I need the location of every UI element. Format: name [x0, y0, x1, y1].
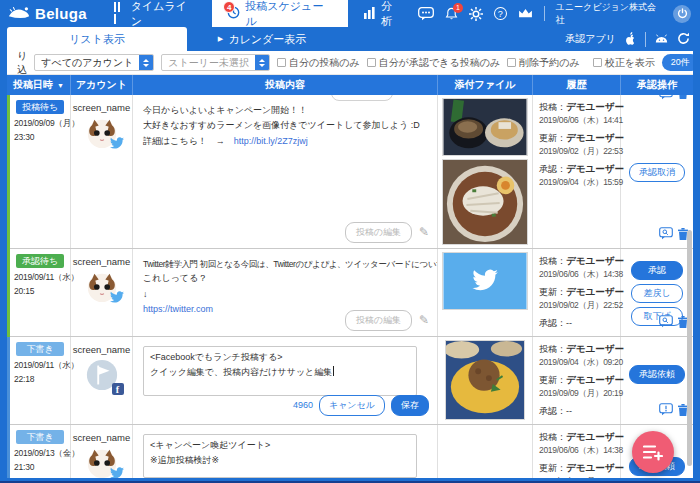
status-strip — [7, 95, 10, 249]
approve-button[interactable]: 承認 — [631, 261, 683, 280]
history-entry: 投稿：デモユーザー 2019/09/04（水）09:20 — [539, 343, 618, 369]
approval-ops-cell: 承認 差戻し 取下げ — [621, 249, 693, 336]
quick-edit-actions: 4960 キャンセル 保存 — [293, 395, 429, 416]
content-line: ↓ — [143, 287, 427, 302]
beluga-app-window: Beluga タイムライン 4 投稿スケジュール 分析 1 — [0, 0, 700, 483]
request-approval-button[interactable]: 承認依頼 — [629, 365, 685, 384]
view-switch-bar: リスト表示 ▶ カレンダー表示 承認アプリ — [7, 27, 693, 51]
apple-app-icon[interactable] — [625, 32, 636, 47]
pencil-icon[interactable]: ✎ — [419, 226, 429, 238]
proof-comment-icon[interactable] — [659, 402, 673, 420]
row-action-icons — [659, 402, 688, 420]
history-entry: 承認：デモユーザー 2019/09/04（水）15:59 — [539, 163, 618, 189]
content-link[interactable]: https://twitter.com — [143, 304, 213, 314]
content-frame: リスト表示 ▶ カレンダー表示 承認アプリ — [0, 27, 700, 483]
tab-list-view[interactable]: リスト表示 — [7, 27, 187, 51]
checkbox-delete-reserved[interactable]: 削除予約のみ — [507, 56, 579, 70]
checkbox-my-posts[interactable]: 自分の投稿のみ — [277, 56, 360, 70]
account-screen-name: screen_name — [71, 256, 132, 267]
tab-list-view-label: リスト表示 — [69, 32, 125, 47]
attachments-cell — [438, 249, 533, 336]
account-cell: screen_name f — [71, 337, 133, 424]
proof-comment-icon[interactable] — [659, 226, 673, 244]
post-date: 2019/09/11（水） — [7, 359, 70, 373]
content-line: 大好きなおすすめラーメンを画像付きでツイートして参加しよう :D — [143, 118, 427, 133]
notifications-bell-icon[interactable]: 1 — [445, 7, 458, 21]
attachment-twitter-logo[interactable] — [442, 252, 528, 310]
story-filter-placeholder: ストーリー未選択 — [162, 55, 255, 70]
attachments-cell — [438, 95, 533, 248]
post-time: 20:15 — [7, 285, 70, 299]
quick-edit-textarea[interactable]: <キャンペーン喚起ツイート> ※追加投稿検討※ — [143, 434, 417, 478]
status-badge: 投稿待ち — [16, 100, 64, 114]
post-time: 22:18 — [7, 373, 70, 387]
proof-comment-icon[interactable] — [659, 314, 673, 332]
content-line: クイック編集で、投稿内容だけササッと編集 — [150, 365, 410, 380]
checkbox-icon — [277, 58, 286, 67]
save-button[interactable]: 保存 — [391, 395, 429, 416]
account-cell: screen_name — [71, 425, 133, 478]
result-count-badge: 20件 — [662, 54, 693, 71]
table-row: 下書き 2019/09/13（金） 21:30 screen_name — [7, 425, 693, 478]
refresh-icon[interactable] — [677, 32, 690, 47]
settings-gear-icon[interactable] — [469, 7, 483, 21]
post-datetime-cell: 投稿待ち 2019/09/09（月） 23:30 — [7, 95, 71, 248]
twitter-bird-icon — [110, 465, 124, 478]
account-screen-name: screen_name — [71, 432, 132, 443]
header-history: 履歴 — [533, 75, 621, 95]
android-app-icon[interactable] — [655, 33, 668, 46]
attachment-photo-tsukemen[interactable] — [442, 98, 528, 156]
account-screen-name: screen_name — [71, 102, 132, 113]
history-entry: 更新：デモユーザー 2019/09/02（月）22:54 — [539, 462, 618, 478]
checkbox-approvable[interactable]: 自分が承認できる投稿のみ — [367, 56, 500, 70]
attachment-photo-ramen[interactable] — [442, 159, 528, 245]
status-badge: 下書き — [16, 430, 64, 444]
add-post-fab[interactable] — [632, 431, 674, 473]
quick-edit-textarea[interactable]: <Facebookでもランチ投稿する> クイック編集で、投稿内容だけササッと編集 — [143, 346, 417, 396]
approval-ops-cell: 承認依頼 — [621, 337, 693, 424]
history-entry: 投稿：デモユーザー 2019/06/06（木）14:38 — [539, 255, 618, 281]
post-list: 投稿待ち 2019/09/09（月） 23:30 screen_name — [7, 95, 693, 478]
content-line: これしってる？ — [143, 271, 427, 286]
story-filter-select[interactable]: ストーリー未選択 — [161, 54, 270, 71]
tab-analytics[interactable]: 分析 — [348, 0, 418, 27]
crown-icon[interactable] — [518, 8, 533, 19]
account-screen-name: screen_name — [71, 344, 132, 355]
cancel-approval-button[interactable]: 承認取消 — [629, 163, 685, 182]
tab-timeline-label: タイムライン — [131, 0, 198, 29]
tab-calendar-view[interactable]: ▶ カレンダー表示 — [187, 27, 337, 51]
history-entry: 更新：デモユーザー 2019/09/09（月）20:19 — [539, 374, 618, 400]
content-link[interactable]: http://bit.ly/2Z7zjwj — [234, 136, 308, 146]
help-icon[interactable]: ? — [494, 7, 507, 20]
checkbox-show-proof[interactable]: 校正を表示 — [593, 56, 655, 70]
clipped-row-icons — [659, 95, 688, 100]
facebook-icon: f — [112, 383, 124, 395]
approval-app-links: 承認アプリ — [565, 27, 693, 51]
navbar-right: 1 ? ユニークビジョン株式会社 — [418, 0, 700, 27]
tab-timeline[interactable]: タイムライン — [99, 0, 213, 27]
account-filter-select[interactable]: すべてのアカウント — [34, 54, 154, 71]
post-datetime-cell: 下書き 2019/09/13（金） 21:30 — [7, 425, 71, 478]
logout-power-icon[interactable] — [673, 5, 691, 23]
attachment-photo-curry[interactable] — [445, 340, 525, 420]
company-name: ユニークビジョン株式会社 — [556, 1, 663, 27]
edit-post-button[interactable]: 投稿の編集 — [345, 310, 412, 331]
cancel-button[interactable]: キャンセル — [319, 395, 385, 416]
post-date: 2019/09/11（水） — [7, 271, 70, 285]
checkbox-my-posts-label: 自分の投稿のみ — [289, 56, 360, 70]
header-account: アカウント — [71, 75, 133, 95]
avatar: f — [85, 358, 119, 392]
post-content-cell: 今日からいよいよキャンペーン開始！！ 大好きなおすすめラーメンを画像付きでツイー… — [133, 95, 438, 248]
edit-post-button[interactable]: 投稿の編集 — [345, 222, 412, 243]
header-post-datetime[interactable]: 投稿日時 ▼ — [7, 75, 71, 95]
pencil-icon[interactable]: ✎ — [419, 314, 429, 326]
content-line: ※追加投稿検討※ — [150, 453, 410, 468]
vertical-scrollbar[interactable] — [687, 230, 692, 466]
post-time: 21:30 — [7, 461, 70, 475]
content-line: <Facebookでもランチ投稿する> — [150, 350, 410, 365]
history-entry: 更新：デモユーザー 2019/09/02（月）22:52 — [539, 286, 618, 312]
chat-icon[interactable] — [418, 7, 434, 21]
status-strip — [7, 425, 10, 478]
tab-post-schedule[interactable]: 4 投稿スケジュール — [212, 0, 348, 27]
send-back-button[interactable]: 差戻し — [631, 284, 683, 303]
